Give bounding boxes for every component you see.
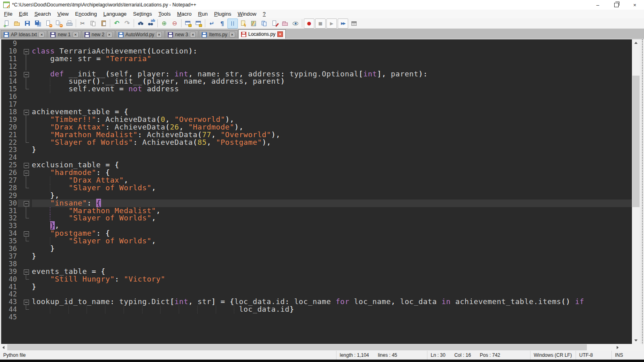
menu-run[interactable]: Run <box>195 10 211 18</box>
toolbar-sync-vertical-scrolling-button[interactable] <box>183 19 193 29</box>
code-line[interactable]: exclusion_table = { <box>32 161 632 169</box>
toolbar-macro-stop-button[interactable]: ■ <box>315 19 326 29</box>
toolbar-undo-button[interactable]: ↶ <box>111 19 122 29</box>
toolbar-macro-run-multiple-button[interactable]: ▶▶ <box>338 19 348 29</box>
tab-close-icon[interactable]: × <box>73 32 78 37</box>
fold-toggle-icon[interactable] <box>18 108 30 116</box>
fold-toggle-icon[interactable] <box>18 70 30 78</box>
toolbar-show-all-characters-button[interactable]: ¶ <box>217 19 227 29</box>
toolbar-copy-button[interactable] <box>88 19 98 29</box>
tab-autoworld-py[interactable]: AutoWorld.py× <box>116 30 165 39</box>
code-line[interactable] <box>32 154 632 161</box>
menu-plugins[interactable]: Plugins <box>211 10 235 18</box>
code-line[interactable]: } <box>32 146 632 154</box>
tab-locations-py[interactable]: Locations.py× <box>238 29 286 39</box>
scroll-up-arrow[interactable] <box>632 39 640 46</box>
toolbar-folder-as-workspace-button[interactable] <box>280 19 290 29</box>
toolbar-replace-button[interactable] <box>146 19 156 29</box>
toolbar-macro-play-button[interactable]: ▶ <box>326 19 337 29</box>
status-eol-format[interactable]: Windows (CR LF) <box>530 351 576 360</box>
toolbar-save-button[interactable] <box>22 19 33 29</box>
fold-toggle-icon[interactable] <box>18 161 30 169</box>
fold-toggle-icon[interactable] <box>18 298 30 306</box>
code-line[interactable]: loc_data.id} <box>32 306 632 313</box>
code-line[interactable] <box>32 313 632 321</box>
toolbar-document-map-button[interactable] <box>248 19 259 29</box>
code-line[interactable]: self.event = not address <box>32 85 632 93</box>
code-line[interactable]: } <box>32 283 632 291</box>
toolbar-print-button[interactable] <box>64 19 74 29</box>
tab-new-1[interactable]: new 1× <box>47 30 81 39</box>
toolbar-macro-record-button[interactable]: ● <box>304 19 314 29</box>
fold-toggle-icon[interactable] <box>18 169 30 177</box>
code-line[interactable]: "Still Hungry": "Victory" <box>32 276 632 283</box>
close-button[interactable]: × <box>625 0 644 10</box>
code-line[interactable]: } <box>32 253 632 260</box>
toolbar-monitoring-button[interactable] <box>269 19 280 29</box>
minimize-button[interactable]: – <box>588 0 607 10</box>
tab-close-icon[interactable]: × <box>39 32 44 37</box>
toolbar-close-button[interactable] <box>43 19 54 29</box>
toolbar-save-all-button[interactable] <box>33 19 43 29</box>
tab-close-icon[interactable]: × <box>190 32 196 37</box>
code-line[interactable]: "Slayer of Worlds", <box>32 214 632 222</box>
fold-toggle-icon[interactable] <box>18 268 30 276</box>
menu-macro[interactable]: Macro <box>174 10 195 18</box>
toolbar-word-wrap-button[interactable]: ↵ <box>206 19 217 29</box>
tab-new-2[interactable]: new 2× <box>82 30 115 39</box>
menu-settings[interactable]: Settings <box>130 10 155 18</box>
status-insert-mode[interactable]: INS <box>611 351 644 360</box>
code-line[interactable]: } <box>32 245 632 253</box>
toolbar-document-list-button[interactable] <box>259 19 269 29</box>
horizontal-scrollbar[interactable] <box>0 344 644 351</box>
menu-view[interactable]: View <box>54 10 72 18</box>
code-line[interactable]: "Slayer of Worlds": AchieveData(85, "Pos… <box>32 139 632 146</box>
toolbar-indent-guide-button[interactable] <box>227 19 238 29</box>
tab-close-icon[interactable]: × <box>229 32 235 37</box>
toolbar-new-file-button[interactable] <box>1 19 12 29</box>
vertical-scrollbar-thumb[interactable] <box>632 76 640 207</box>
code-line[interactable]: }, <box>32 222 632 230</box>
code-line[interactable]: }, <box>32 192 632 200</box>
toolbar-zoom-in-button[interactable]: ⊕ <box>159 19 169 29</box>
menu-file[interactable]: File <box>1 10 16 18</box>
tab-close-icon[interactable]: × <box>156 32 162 37</box>
tab-ap-ideas-txt[interactable]: AP Ideas.txt× <box>1 30 47 39</box>
menu-[interactable]: ? <box>260 10 269 18</box>
scroll-right-arrow[interactable] <box>614 344 621 351</box>
code-line[interactable]: "Slayer of Worlds", <box>32 184 632 192</box>
tab-close-icon[interactable]: × <box>277 31 283 37</box>
code-editor[interactable]: 910class TerrariaAchievement(Location):1… <box>1 39 632 344</box>
toolbar-cut-button[interactable]: ✂ <box>77 19 88 29</box>
horizontal-scrollbar-thumb[interactable] <box>7 344 587 350</box>
toolbar-sync-horizontal-scrolling-button[interactable] <box>193 19 204 29</box>
toolbar-zoom-out-button[interactable]: ⊖ <box>169 19 180 29</box>
code-line[interactable]: "Slayer of Worlds", <box>32 237 632 245</box>
toolbar-view-file-eye-button[interactable] <box>290 19 301 29</box>
tab-new-3[interactable]: new 3× <box>165 30 198 39</box>
menu-language[interactable]: Language <box>100 10 130 18</box>
toolbar-macro-save-button[interactable] <box>349 19 359 29</box>
restore-button[interactable] <box>607 0 625 10</box>
tab-items-py[interactable]: Items.py× <box>199 30 237 39</box>
scroll-down-arrow[interactable] <box>632 337 640 344</box>
toolbar-find-button[interactable] <box>135 19 146 29</box>
menu-tools[interactable]: Tools <box>155 10 174 18</box>
scroll-left-arrow[interactable] <box>0 344 6 351</box>
menu-search[interactable]: Search <box>31 10 54 18</box>
fold-toggle-icon[interactable] <box>18 200 30 207</box>
vertical-scrollbar[interactable] <box>632 39 640 344</box>
fold-toggle-icon[interactable] <box>18 47 30 55</box>
toolbar-function-list-button[interactable] <box>238 19 248 29</box>
menu-edit[interactable]: Edit <box>16 10 31 18</box>
menu-window[interactable]: Window <box>235 10 260 18</box>
status-encoding[interactable]: UTF-8 <box>576 351 611 360</box>
toolbar-close-all-button[interactable] <box>54 19 64 29</box>
toolbar-paste-button[interactable] <box>98 19 109 29</box>
toolbar-open-file-button[interactable] <box>12 19 22 29</box>
code-line[interactable] <box>32 93 632 101</box>
menu-encoding[interactable]: Encoding <box>72 10 100 18</box>
toolbar-redo-button[interactable]: ↷ <box>122 19 132 29</box>
fold-toggle-icon[interactable] <box>18 230 30 237</box>
code-line[interactable]: game: str = "Terraria" <box>32 55 632 63</box>
